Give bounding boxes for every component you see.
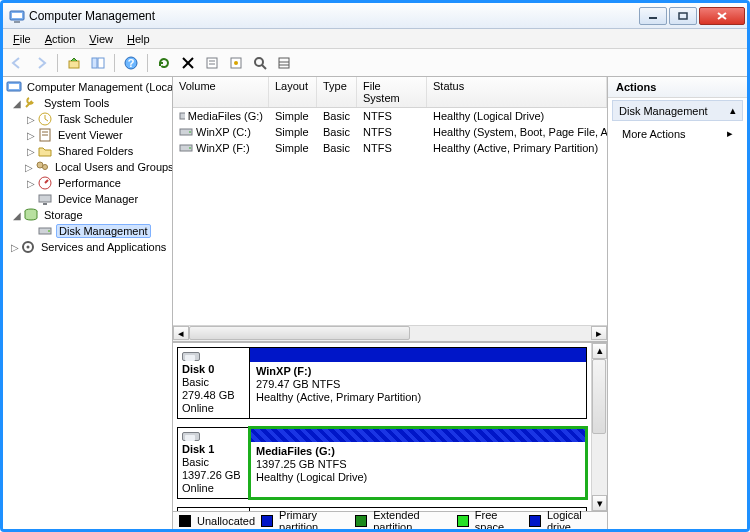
scroll-right-icon[interactable]: ▸ xyxy=(591,326,607,340)
volume-bar xyxy=(250,428,586,442)
settings-button[interactable] xyxy=(226,53,246,73)
scroll-up-icon[interactable]: ▴ xyxy=(592,343,607,359)
toolbar: ? xyxy=(3,49,747,77)
twisty-icon[interactable]: ▷ xyxy=(25,146,36,157)
disk-vscroll[interactable]: ▴ ▾ xyxy=(591,343,607,512)
scroll-thumb[interactable] xyxy=(189,326,410,340)
legend-primary-swatch xyxy=(261,515,273,527)
refresh-button[interactable] xyxy=(154,53,174,73)
legend: Unallocated Primary partition Extended p… xyxy=(173,511,607,529)
legend-extended: Extended partition xyxy=(373,509,451,533)
tree-storage[interactable]: Storage xyxy=(42,209,85,221)
disk-icon xyxy=(182,352,200,361)
volume-row[interactable]: WinXP (C:)SimpleBasicNTFSHealthy (System… xyxy=(173,124,607,140)
svg-rect-14 xyxy=(207,58,217,68)
scroll-left-icon[interactable]: ◂ xyxy=(173,326,189,340)
volume-name: WinXP (C:) xyxy=(196,126,251,138)
svg-rect-9 xyxy=(98,58,104,68)
actions-header: Actions xyxy=(608,77,747,98)
up-button[interactable] xyxy=(64,53,84,73)
forward-button[interactable] xyxy=(31,53,51,73)
col-status[interactable]: Status xyxy=(427,77,607,107)
volume-row[interactable]: WinXP (F:)SimpleBasicNTFSHealthy (Active… xyxy=(173,140,607,156)
disk-info[interactable]: Disk 1Basic1397.26 GBOnline xyxy=(178,428,250,498)
menubar: File Action View Help xyxy=(3,29,747,49)
help-button[interactable]: ? xyxy=(121,53,141,73)
find-button[interactable] xyxy=(250,53,270,73)
disk-icon xyxy=(182,432,200,441)
minimize-button[interactable] xyxy=(639,7,667,25)
volume-status: Healthy (Active, Primary Partition) xyxy=(427,141,607,155)
disk-volume[interactable]: MediaFiles (G:)1397.25 GB NTFSHealthy (L… xyxy=(250,428,586,498)
disk-info[interactable]: Disk 0Basic279.48 GBOnline xyxy=(178,348,250,418)
scroll-thumb[interactable] xyxy=(592,359,606,434)
volume-name: WinXP (F:) xyxy=(196,142,250,154)
svg-rect-21 xyxy=(279,58,289,68)
volume-type: Basic xyxy=(317,109,357,123)
svg-line-20 xyxy=(262,65,266,69)
disk-box: Disk 0Basic279.48 GBOnlineWinXP (F:)279.… xyxy=(177,347,587,419)
actions-more[interactable]: More Actions▸ xyxy=(608,121,747,146)
tree-task-scheduler[interactable]: Task Scheduler xyxy=(56,113,135,125)
svg-rect-1 xyxy=(12,13,22,18)
content-pane: Volume Layout Type File System Status Me… xyxy=(173,77,607,529)
volume-list-blank xyxy=(173,156,607,325)
svg-rect-8 xyxy=(92,58,97,68)
twisty-icon[interactable]: ▷ xyxy=(25,130,36,141)
menu-action[interactable]: Action xyxy=(39,31,82,47)
clock-icon xyxy=(37,111,53,127)
tree-services-apps[interactable]: Services and Applications xyxy=(39,241,168,253)
volume-list-header: Volume Layout Type File System Status xyxy=(173,77,607,108)
disk-name: Disk 0 xyxy=(182,363,245,375)
twisty-icon[interactable]: ◢ xyxy=(11,210,22,221)
tree-system-tools[interactable]: System Tools xyxy=(42,97,111,109)
disk-name: Disk 1 xyxy=(182,443,245,455)
volume-type: Basic xyxy=(317,141,357,155)
volume-hscroll[interactable]: ◂ ▸ xyxy=(173,325,607,341)
back-button[interactable] xyxy=(7,53,27,73)
menu-view[interactable]: View xyxy=(83,31,119,47)
volume-description: WinXP (F:)279.47 GB NTFSHealthy (Active,… xyxy=(250,362,586,418)
twisty-icon[interactable]: ▷ xyxy=(25,178,36,189)
navigation-tree[interactable]: Computer Management (Local) ◢System Tool… xyxy=(3,77,173,529)
tree-device-manager[interactable]: Device Manager xyxy=(56,193,140,205)
tree-disk-management[interactable]: Disk Management xyxy=(56,224,151,238)
twisty-icon[interactable]: ▷ xyxy=(25,114,36,125)
properties-button[interactable] xyxy=(202,53,222,73)
svg-rect-34 xyxy=(43,203,47,205)
volume-description: MediaFiles (G:)1397.25 GB NTFSHealthy (L… xyxy=(250,442,586,498)
tools-icon xyxy=(23,95,39,111)
col-layout[interactable]: Layout xyxy=(269,77,317,107)
disk-type: Basic xyxy=(182,376,245,388)
disk-size: 1397.26 GB xyxy=(182,469,245,481)
delete-button[interactable] xyxy=(178,53,198,73)
close-button[interactable] xyxy=(699,7,745,25)
svg-rect-2 xyxy=(14,21,20,23)
app-icon xyxy=(9,8,25,24)
tree-shared-folders[interactable]: Shared Folders xyxy=(56,145,135,157)
list-button[interactable] xyxy=(274,53,294,73)
menu-file[interactable]: File xyxy=(7,31,37,47)
tree-event-viewer[interactable]: Event Viewer xyxy=(56,129,125,141)
tree-local-users[interactable]: Local Users and Groups xyxy=(53,161,173,173)
volume-icon xyxy=(179,142,193,154)
maximize-button[interactable] xyxy=(669,7,697,25)
col-type[interactable]: Type xyxy=(317,77,357,107)
twisty-icon[interactable]: ▷ xyxy=(11,242,19,253)
tree-performance[interactable]: Performance xyxy=(56,177,123,189)
volume-row[interactable]: MediaFiles (G:)SimpleBasicNTFSHealthy (L… xyxy=(173,108,607,124)
show-hide-tree-button[interactable] xyxy=(88,53,108,73)
actions-pane: Actions Disk Management▴ More Actions▸ xyxy=(607,77,747,529)
disk-volume[interactable]: WinXP (F:)279.47 GB NTFSHealthy (Active,… xyxy=(250,348,586,418)
menu-help[interactable]: Help xyxy=(121,31,156,47)
tree-root[interactable]: Computer Management (Local) xyxy=(25,81,173,93)
volume-list[interactable]: MediaFiles (G:)SimpleBasicNTFSHealthy (L… xyxy=(173,108,607,156)
col-volume[interactable]: Volume xyxy=(173,77,269,107)
actions-section[interactable]: Disk Management▴ xyxy=(612,100,743,121)
twisty-icon[interactable]: ◢ xyxy=(11,98,22,109)
col-fs[interactable]: File System xyxy=(357,77,427,107)
twisty-icon[interactable]: ▷ xyxy=(25,162,33,173)
disk-volume-sub: 1397.25 GB NTFS xyxy=(256,458,580,470)
disk-type: Basic xyxy=(182,456,245,468)
svg-rect-7 xyxy=(69,61,79,68)
